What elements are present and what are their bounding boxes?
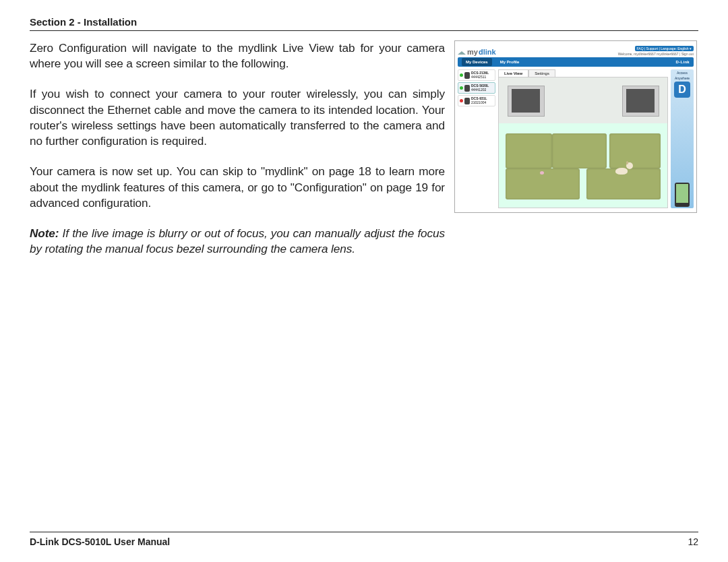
text-column: Zero Configuration will navigate to the … [30, 40, 445, 272]
footer-title: D-Link DCS-5010L User Manual [30, 536, 170, 547]
paragraph-3: Your camera is now set up. You can skip … [30, 164, 445, 211]
topbar-right: FAQ | Support | Language: English ▾ Welc… [618, 46, 694, 56]
device-item[interactable]: DCS-931L21021004 [458, 95, 495, 106]
tab-live-view[interactable]: Live View [498, 69, 528, 77]
welcome-text: Welcome, mydlinker6667 mydlinker6667 | S… [618, 52, 694, 56]
dog-icon [615, 162, 633, 175]
logo-my: my [467, 48, 478, 56]
tab-settings[interactable]: Settings [528, 69, 555, 77]
device-label: DCS-931L21021004 [471, 97, 487, 104]
screenshot-main: DCS-2136L44442511 DCS-5020L44441202 DCS-… [455, 67, 696, 211]
screenshot-topbar: mydlink FAQ | Support | Language: Englis… [455, 41, 696, 56]
mydlink-logo: mydlink [458, 48, 496, 56]
device-list: DCS-2136L44442511 DCS-5020L44441202 DCS-… [458, 69, 495, 208]
nav-my-profile[interactable]: My Profile [500, 60, 520, 64]
camera-icon [464, 72, 470, 79]
device-item-selected[interactable]: DCS-5020L44441202 [458, 82, 495, 94]
section-header: Section 2 - Installation [30, 16, 698, 31]
logo-dlink: dlink [479, 48, 496, 56]
status-dot-icon [460, 73, 463, 77]
feed-sofa [506, 122, 661, 200]
screenshot-column: mydlink FAQ | Support | Language: Englis… [454, 40, 698, 272]
sidebar-ad[interactable]: Access Anywhere D [671, 69, 694, 208]
mydlink-screenshot: mydlink FAQ | Support | Language: Englis… [454, 40, 697, 213]
note-label: Note: [30, 226, 59, 240]
camera-icon [464, 98, 470, 104]
picture-frame-icon [508, 86, 545, 117]
house-roof-icon [458, 51, 466, 55]
ad-line2: Anywhere [675, 76, 690, 80]
nav-bar: My Devices My Profile D-Link [458, 57, 694, 67]
ad-line1: Access [677, 71, 688, 75]
note-body: If the live image is blurry or out of fo… [30, 226, 445, 255]
camera-feed [498, 77, 668, 208]
paragraph-2: If you wish to connect your camera to yo… [30, 86, 445, 149]
status-dot-icon [460, 86, 463, 90]
nav-my-devices[interactable]: My Devices [462, 58, 492, 66]
d-badge-icon: D [674, 82, 690, 98]
note-paragraph: Note: If the live image is blurry or out… [30, 226, 445, 257]
device-label: DCS-5020L44441202 [471, 84, 489, 92]
status-dot-icon [460, 99, 463, 102]
paragraph-1: Zero Configuration will navigate to the … [30, 40, 445, 71]
page-footer: D-Link DCS-5010L User Manual 12 [30, 532, 698, 547]
device-item[interactable]: DCS-2136L44442511 [458, 69, 495, 81]
phone-icon [675, 183, 690, 207]
picture-frame-icon [622, 86, 659, 117]
faq-links[interactable]: FAQ | Support | Language: English ▾ [635, 46, 694, 51]
device-label: DCS-2136L44442511 [471, 71, 489, 79]
camera-icon [464, 85, 470, 92]
content-row: Zero Configuration will navigate to the … [30, 40, 698, 272]
live-area: Live View Settings [498, 69, 668, 208]
view-tabs: Live View Settings [498, 69, 668, 77]
footer-page-number: 12 [688, 536, 698, 547]
nav-brand: D-Link [676, 60, 690, 64]
